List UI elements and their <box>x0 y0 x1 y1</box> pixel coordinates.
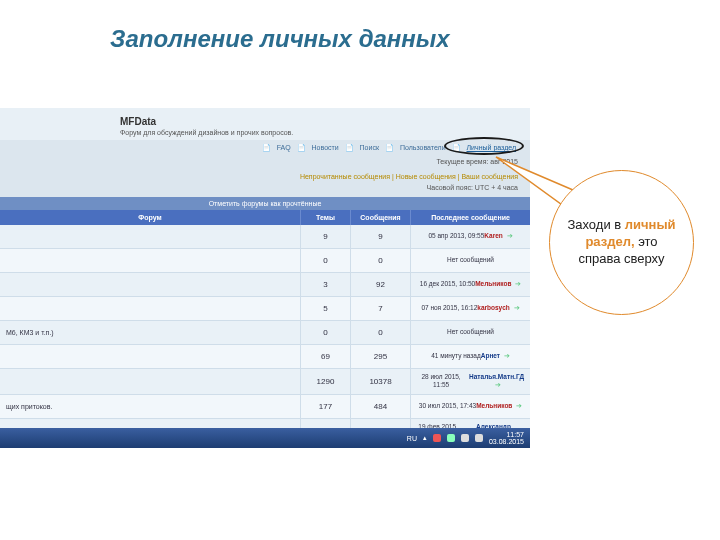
taskbar-time: 11:57 <box>489 431 524 438</box>
cell-forum <box>0 369 300 394</box>
forum-subnav: Непрочитанные сообщения | Новые сообщени… <box>0 171 530 182</box>
cell-forum <box>0 225 300 248</box>
goto-icon[interactable]: ➔ <box>507 232 513 239</box>
cell-forum <box>0 345 300 368</box>
cell-msgs: 9 <box>350 225 410 248</box>
taskbar-date: 03.08.2015 <box>489 438 524 445</box>
table-row[interactable]: 5707 ноя 2015, 16:12karbosych ➔ <box>0 297 530 321</box>
cell-last: 30 июл 2015, 17:43Мельников ➔ <box>410 395 530 418</box>
taskbar-lang[interactable]: RU <box>407 435 417 442</box>
cell-forum <box>0 273 300 296</box>
cell-msgs: 92 <box>350 273 410 296</box>
col-msgs: Сообщения <box>350 210 410 225</box>
tray-icon[interactable] <box>461 434 469 442</box>
table-row[interactable]: 39216 дек 2015, 10:50Мельников ➔ <box>0 273 530 297</box>
table-row[interactable]: М6, КМ3 и т.п.)00Нет сообщений <box>0 321 530 345</box>
cell-topics: 1290 <box>300 369 350 394</box>
cell-topics: 69 <box>300 345 350 368</box>
cell-forum: М6, КМ3 и т.п.) <box>0 321 300 344</box>
tray-icon[interactable] <box>433 434 441 442</box>
site-name: MFData <box>120 116 520 127</box>
cell-forum: щих притоков. <box>0 395 300 418</box>
windows-taskbar: RU ▴ 11:57 03.08.2015 <box>0 428 530 448</box>
tray-icon[interactable] <box>447 434 455 442</box>
nav-users[interactable]: Пользователи <box>400 144 446 151</box>
forum-header: MFData Форум для обсуждений дизайнов и п… <box>0 108 530 140</box>
goto-icon[interactable]: ➔ <box>504 352 510 359</box>
cell-last: 16 дек 2015, 10:50Мельников ➔ <box>410 273 530 296</box>
nav-search[interactable]: Поиск <box>360 144 379 151</box>
cell-msgs: 7 <box>350 297 410 320</box>
cell-msgs: 10378 <box>350 369 410 394</box>
cell-last: 07 ноя 2015, 16:12karbosych ➔ <box>410 297 530 320</box>
nav-icon: 📄 <box>385 144 394 151</box>
taskbar-clock[interactable]: 11:57 03.08.2015 <box>489 431 524 445</box>
nav-icon: 📄 <box>345 144 354 151</box>
cell-last: 28 июл 2015, 11:55Наталья.Матн.ГД ➔ <box>410 369 530 394</box>
nav-profile-link[interactable]: Личный раздел <box>467 144 517 151</box>
table-row[interactable]: 9905 апр 2013, 09:55Karen ➔ <box>0 225 530 249</box>
table-header-row: Форум Темы Сообщения Последнее сообщение <box>0 210 530 225</box>
table-row[interactable]: 00Нет сообщений <box>0 249 530 273</box>
col-last: Последнее сообщение <box>410 210 530 225</box>
nav-news[interactable]: Новости <box>312 144 339 151</box>
cell-forum <box>0 249 300 272</box>
timezone-text: Часовой пояс: UTC + 4 часа <box>0 182 530 197</box>
table-row[interactable]: 6929541 минуту назадАрнет ➔ <box>0 345 530 369</box>
cell-topics: 3 <box>300 273 350 296</box>
cell-msgs: 484 <box>350 395 410 418</box>
current-time: Текущее время: авг 2015 <box>0 156 530 171</box>
forum-navbar: 📄 FAQ 📄 Новости 📄 Поиск 📄 Пользователи 📄… <box>0 140 530 156</box>
table-row[interactable]: щих притоков.17748430 июл 2015, 17:43Мел… <box>0 395 530 419</box>
callout-bubble: Заходи в личный раздел, это справа сверх… <box>549 170 694 315</box>
cell-msgs: 295 <box>350 345 410 368</box>
forum-screenshot: MFData Форум для обсуждений дизайнов и п… <box>0 108 530 448</box>
cell-last: Нет сообщений <box>410 321 530 344</box>
cell-topics: 0 <box>300 249 350 272</box>
col-topics: Темы <box>300 210 350 225</box>
cell-msgs: 0 <box>350 249 410 272</box>
cell-last: Нет сообщений <box>410 249 530 272</box>
chevron-up-icon[interactable]: ▴ <box>423 434 427 442</box>
slide-title: Заполнение личных данных <box>0 0 720 63</box>
col-forum: Форум <box>0 210 300 225</box>
table-caption[interactable]: Отметить форумы как прочтённые <box>0 197 530 210</box>
goto-icon[interactable]: ➔ <box>514 304 520 311</box>
site-description: Форум для обсуждений дизайнов и прочих в… <box>120 129 520 136</box>
cell-last: 05 апр 2013, 09:55Karen ➔ <box>410 225 530 248</box>
cell-topics: 9 <box>300 225 350 248</box>
goto-icon[interactable]: ➔ <box>495 381 501 388</box>
cell-topics: 177 <box>300 395 350 418</box>
nav-icon: 📄 <box>262 144 271 151</box>
cell-msgs: 0 <box>350 321 410 344</box>
nav-icon: 📄 <box>452 144 461 151</box>
goto-icon[interactable]: ➔ <box>516 402 522 409</box>
tray-icon[interactable] <box>475 434 483 442</box>
callout-text: Заходи в личный раздел, это справа сверх… <box>564 217 679 268</box>
table-row[interactable]: 12901037828 июл 2015, 11:55Наталья.Матн.… <box>0 369 530 395</box>
cell-forum <box>0 297 300 320</box>
cell-last: 41 минуту назадАрнет ➔ <box>410 345 530 368</box>
nav-icon: 📄 <box>297 144 306 151</box>
cell-topics: 5 <box>300 297 350 320</box>
callout-line1: Заходи в <box>567 217 621 232</box>
cell-topics: 0 <box>300 321 350 344</box>
nav-faq[interactable]: FAQ <box>277 144 291 151</box>
goto-icon[interactable]: ➔ <box>515 280 521 287</box>
